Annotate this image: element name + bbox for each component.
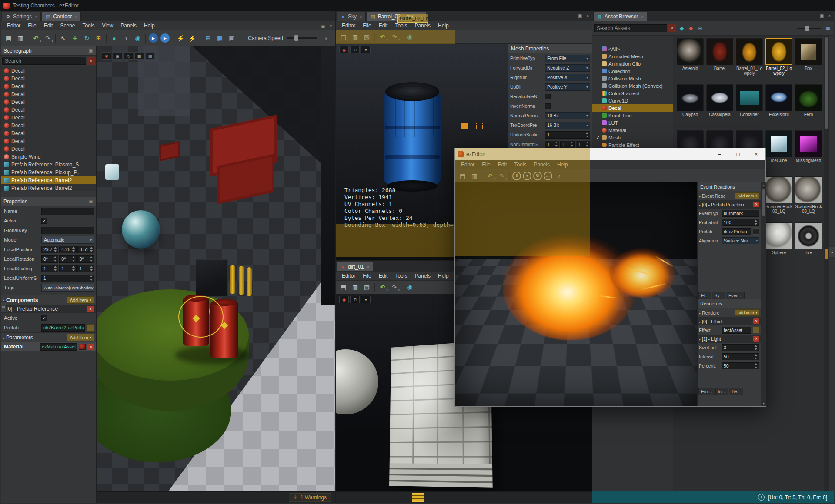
scenegraph-item[interactable]: Decal [1, 75, 96, 83]
redo-icon[interactable] [389, 32, 400, 42]
camera-icon[interactable] [102, 52, 111, 60]
menu-item[interactable]: Panels [411, 22, 434, 30]
loop-button[interactable] [544, 172, 552, 180]
spinner[interactable] [586, 142, 589, 147]
spinner[interactable] [72, 256, 75, 262]
collapse-arrow-icon[interactable] [699, 336, 701, 342]
scale-z-field[interactable]: 1 [77, 265, 94, 272]
stop-button[interactable] [523, 172, 531, 180]
grid-icon[interactable] [203, 33, 214, 43]
dome-icon[interactable] [120, 33, 131, 43]
menu-item[interactable]: File [478, 161, 494, 169]
remove-renderer-button[interactable] [753, 318, 759, 324]
effect-asset-field[interactable]: fectAsset [722, 327, 752, 334]
close-panel-icon[interactable] [585, 13, 591, 19]
asset-type-item[interactable]: Collection [592, 67, 673, 75]
asset-type-item[interactable]: Animated Mesh [592, 53, 673, 60]
asset-item[interactable]: MissingMesh [794, 130, 823, 176]
menu-item[interactable]: Tools [79, 22, 98, 30]
type-checkmark[interactable]: ✓ [596, 135, 600, 140]
size-factor-field[interactable]: 3 [722, 344, 759, 351]
spinner[interactable] [586, 132, 589, 137]
tab-close-icon[interactable] [641, 14, 644, 19]
float-panel-icon[interactable] [88, 199, 94, 204]
sphere-icon[interactable] [109, 33, 120, 43]
redo-icon[interactable] [42, 33, 53, 43]
sound-button[interactable] [554, 171, 564, 181]
bolt2-icon[interactable] [187, 33, 198, 43]
intensity-field[interactable]: 50 [722, 353, 759, 360]
panel-tab[interactable]: Be... [729, 388, 743, 395]
snap-icon[interactable] [214, 33, 225, 43]
position-x-field[interactable]: 29.7 [41, 246, 58, 253]
active-checkbox[interactable]: ✓ [41, 218, 47, 224]
remove-reaction-button[interactable] [753, 202, 759, 207]
scenegraph-item[interactable]: Decal [1, 129, 96, 137]
save-icon[interactable] [457, 171, 468, 181]
uniform-scale-field[interactable]: 1 [41, 275, 94, 282]
save-icon[interactable] [338, 32, 349, 42]
scenegraph-item[interactable]: Decal [1, 145, 96, 153]
asset-item[interactable]: Asteroid [676, 38, 705, 83]
tab-close-icon[interactable] [75, 14, 78, 19]
scenegraph-item[interactable]: Decal [1, 90, 96, 98]
name-field[interactable] [41, 208, 94, 215]
asset-item[interactable]: Barrel_01_Lowpoly [735, 38, 764, 83]
undo-icon[interactable] [30, 33, 41, 43]
asset-browser-tab[interactable]: Asset Browser [593, 12, 647, 21]
tab-close-icon[interactable] [367, 265, 370, 269]
asset-type-item[interactable]: Decal [592, 104, 673, 112]
asset-type-item[interactable]: Curve1D [592, 97, 673, 104]
asset-type-item[interactable]: Collision Mesh (Convex) [592, 82, 673, 90]
scenegraph-item[interactable]: Decal [1, 114, 96, 122]
simulate-icon[interactable] [160, 33, 170, 43]
selection-gizmo-axis[interactable] [200, 270, 200, 298]
updir-dropdown[interactable]: Positive Y [545, 83, 590, 91]
undo-icon[interactable] [484, 171, 495, 181]
grid2-icon[interactable] [350, 296, 360, 303]
gizmo-handle[interactable] [447, 123, 453, 129]
primitivetype-dropdown[interactable]: From File [545, 55, 590, 62]
scale-y-field[interactable]: 1 [59, 265, 76, 272]
tab-close-icon[interactable] [35, 14, 37, 19]
asset-item[interactable]: Sphere [765, 222, 793, 268]
spinner[interactable] [72, 247, 75, 252]
menu-item[interactable]: File [359, 272, 374, 280]
spinner[interactable] [72, 266, 75, 271]
photo-icon[interactable] [134, 52, 144, 60]
menu-item[interactable]: Panels [117, 22, 140, 30]
float-panel-icon[interactable] [88, 48, 94, 53]
clear-search-icon[interactable] [668, 24, 676, 32]
add-parameter-button[interactable]: Add Item [67, 334, 94, 341]
tab-close-icon[interactable] [360, 14, 362, 19]
speaker-icon[interactable] [321, 33, 331, 43]
alignment-dropdown[interactable]: Surface Nor [722, 237, 759, 244]
scenegraph-item[interactable]: Decal [1, 137, 96, 145]
collapse-arrow-icon[interactable] [699, 310, 701, 315]
menu-item[interactable]: Panels [530, 161, 553, 169]
panel-splitter[interactable]: ····· [1, 191, 96, 197]
doc-tab[interactable]: Settings [2, 12, 41, 21]
world-icon[interactable] [404, 282, 415, 292]
close-button[interactable] [815, 0, 835, 11]
save-all-icon[interactable] [15, 33, 26, 43]
asset-grid-scrollbar[interactable] [824, 36, 829, 491]
undo-icon[interactable] [377, 282, 388, 292]
restart-button[interactable] [533, 172, 542, 180]
nonuniform-y-field[interactable]: 1 [560, 141, 574, 148]
minimize-button[interactable] [711, 148, 729, 160]
globalkey-field[interactable] [41, 227, 94, 234]
gizmo-handle[interactable] [461, 123, 468, 129]
asset-item[interactable]: Barrel [705, 38, 734, 83]
menu-item[interactable]: Tools [511, 161, 530, 169]
view-mode-icon[interactable] [824, 24, 832, 32]
tags-dropdown[interactable]: AutoColMesh|CastShadow [41, 284, 94, 292]
camera-icon[interactable] [339, 46, 349, 53]
play-icon[interactable] [149, 33, 158, 43]
scenegraph-item[interactable]: Decal [1, 122, 96, 129]
panel-tab[interactable]: Ef... [698, 292, 711, 299]
menu-item[interactable]: Help [434, 272, 452, 280]
rotate-icon[interactable] [81, 33, 92, 43]
menu-item[interactable]: Edit [375, 22, 391, 30]
save-icon[interactable] [3, 33, 14, 43]
